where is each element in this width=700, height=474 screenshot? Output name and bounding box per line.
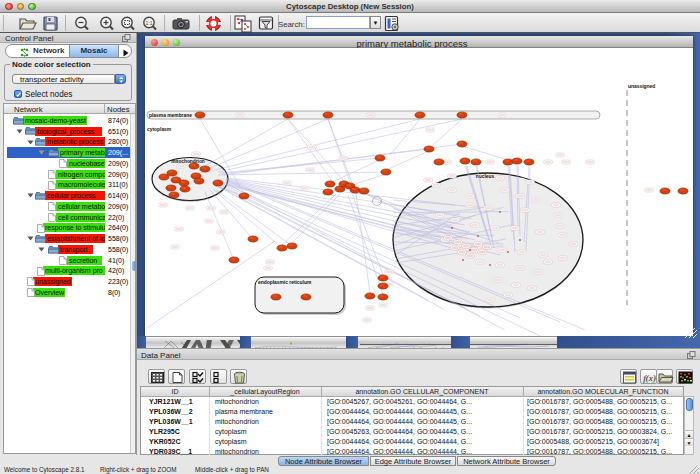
svg-text:plasma membrane: plasma membrane xyxy=(149,113,192,118)
svg-text:1:1: 1:1 xyxy=(146,19,153,25)
svg-text:unassigned: unassigned xyxy=(628,84,655,89)
svg-text:cytoplasm: cytoplasm xyxy=(147,127,172,132)
svg-text:endoplasmic reticulum: endoplasmic reticulum xyxy=(258,280,312,285)
svg-text:mitochondrion: mitochondrion xyxy=(171,159,205,164)
svg-text:f(x): f(x) xyxy=(643,373,656,383)
